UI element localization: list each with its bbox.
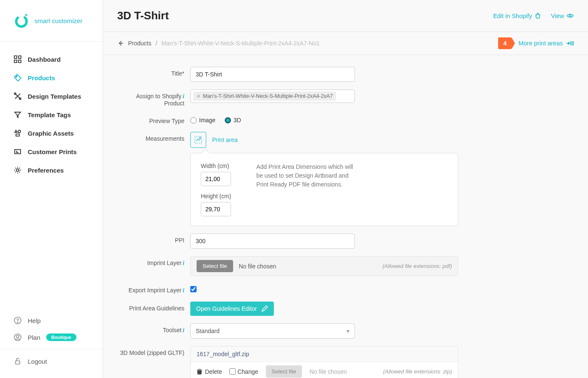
product-chip: ✕ Man's-T-Shirt-White-V-Neck-S-Multiple-…: [193, 92, 336, 101]
main: 3D T-Shirt Edit in Shopify View: [103, 0, 588, 378]
print-area-tab-label[interactable]: Print area: [212, 136, 238, 143]
chip-remove-icon[interactable]: ✕: [197, 94, 200, 99]
pen-icon: [261, 305, 268, 312]
shapes-icon: [13, 129, 22, 137]
preview-image-radio[interactable]: Image: [190, 117, 215, 123]
toolset-select[interactable]: Standard ▾: [190, 323, 355, 339]
lock-icon: [13, 357, 22, 365]
svg-point-14: [17, 322, 18, 323]
preview-type-label: Preview Type: [116, 114, 190, 124]
width-input[interactable]: [201, 172, 231, 186]
svg-point-16: [16, 335, 19, 338]
allowed-ext-zip: (Allowed file extensions: zip): [383, 368, 452, 375]
svg-point-12: [16, 169, 19, 171]
open-guidelines-button[interactable]: Open Guidelines Editor: [190, 302, 274, 316]
print-area-count-badge: 4: [498, 37, 512, 49]
svg-rect-5: [18, 60, 21, 63]
measurements-help: Add Print Area Dimensions which will be …: [256, 163, 357, 216]
subheader-right: 4 More print areas: [498, 37, 574, 49]
measurements-panel: Width (cm) Height (cm) Add Print Area Di…: [190, 153, 458, 226]
svg-rect-2: [14, 56, 17, 58]
title-input[interactable]: [190, 67, 355, 82]
change-model-checkbox[interactable]: Change: [229, 368, 258, 375]
filter-icon: [13, 110, 22, 119]
sidebar-item-customer-prints[interactable]: Customer Prints: [0, 142, 102, 161]
plan-link[interactable]: Plan Boutique: [0, 329, 102, 346]
dashboard-icon: [13, 55, 22, 63]
print-area-tab-icon[interactable]: [190, 132, 206, 148]
svg-point-1: [25, 14, 27, 16]
sidebar-item-products[interactable]: Products: [0, 68, 102, 87]
sidebar: smart customizer Dashboard Products Desi…: [0, 0, 103, 378]
form: Title* Assign to Shopifyi Product ✕ Man'…: [103, 55, 588, 378]
sidebar-item-preferences[interactable]: Preferences: [0, 161, 102, 179]
svg-rect-10: [16, 134, 19, 136]
width-label: Width (cm): [201, 163, 231, 169]
svg-point-9: [18, 130, 21, 133]
toolset-label: Toolseti: [116, 323, 190, 334]
imprint-layer-label: Imprint Layeri: [116, 256, 190, 267]
model-file-name: 1617_model_gltf.zip: [191, 346, 458, 362]
height-input[interactable]: [201, 202, 231, 216]
bag-icon: [535, 13, 541, 19]
sidebar-item-dashboard[interactable]: Dashboard: [0, 50, 102, 68]
sidebar-nav: Dashboard Products Design Templates Temp…: [0, 42, 102, 308]
sidebar-item-design-templates[interactable]: Design Templates: [0, 87, 102, 105]
no-file-label: No file chosen: [310, 368, 347, 375]
svg-rect-21: [198, 370, 201, 374]
sidebar-item-label: Preferences: [28, 167, 64, 174]
ppi-label: PPI: [116, 234, 190, 244]
page-header: 3D T-Shirt Edit in Shopify View: [103, 0, 588, 32]
page-title: 3D T-Shirt: [117, 9, 169, 22]
help-link[interactable]: Help: [0, 312, 102, 329]
breadcrumb-sep: /: [155, 40, 157, 47]
info-icon[interactable]: i: [183, 287, 184, 294]
title-label: Title*: [116, 67, 190, 77]
info-icon[interactable]: i: [183, 93, 184, 100]
sidebar-item-label: Template Tags: [28, 111, 71, 118]
trash-icon: [197, 369, 202, 375]
prints-icon: [13, 147, 22, 156]
chevron-down-icon: ▾: [346, 328, 349, 334]
logo-icon: [13, 13, 29, 29]
logout-link[interactable]: Logout: [0, 353, 102, 370]
view-link[interactable]: View: [551, 12, 574, 19]
more-print-areas-label: More print areas: [518, 40, 563, 47]
model-label: 3D Model (zipped GLTF): [116, 346, 190, 356]
logout-label: Logout: [28, 358, 47, 365]
toolset-value: Standard: [196, 328, 220, 334]
divider: [0, 349, 102, 349]
breadcrumb-root[interactable]: Products: [128, 40, 151, 47]
export-imprint-checkbox[interactable]: [190, 286, 197, 292]
svg-rect-17: [16, 361, 20, 364]
svg-point-6: [16, 76, 17, 77]
svg-point-20: [200, 137, 201, 139]
height-label: Height (cm): [201, 193, 231, 200]
assign-product-field[interactable]: ✕ Man's-T-Shirt-White-V-Neck-S-Multiple-…: [190, 89, 355, 103]
more-print-areas-link[interactable]: More print areas: [518, 40, 574, 47]
sidebar-item-graphic-assets[interactable]: Graphic Assets: [0, 124, 102, 142]
preview-3d-radio[interactable]: 3D: [225, 117, 241, 123]
breadcrumb-current: Man's-T-Shirt-White-V-Neck-S-Multiple-Pr…: [161, 40, 320, 47]
info-icon[interactable]: i: [183, 327, 184, 333]
ppi-input[interactable]: [190, 234, 355, 249]
edit-in-shopify-link[interactable]: Edit in Shopify: [493, 13, 541, 19]
breadcrumb: Products / Man's-T-Shirt-White-V-Neck-S-…: [117, 40, 320, 47]
sidebar-item-label: Dashboard: [28, 56, 60, 63]
select-file-button[interactable]: Select file: [197, 260, 233, 272]
user-icon: [13, 333, 22, 341]
info-icon[interactable]: i: [183, 260, 184, 266]
svg-rect-3: [18, 56, 21, 58]
allowed-ext-pdf: (Allowed file extensions: pdf): [383, 263, 452, 269]
sidebar-item-label: Design Templates: [28, 93, 81, 100]
logo[interactable]: smart customizer: [0, 0, 102, 42]
export-imprint-label: Export Imprint Layeri: [116, 284, 190, 294]
sidebar-item-template-tags[interactable]: Template Tags: [0, 105, 102, 124]
delete-model-button[interactable]: Delete: [197, 368, 222, 375]
select-model-file-button[interactable]: Select file: [266, 365, 302, 378]
back-arrow-icon[interactable]: [117, 40, 124, 47]
view-label: View: [551, 13, 564, 19]
gear-icon: [13, 166, 22, 174]
edit-in-shopify-label: Edit in Shopify: [493, 13, 532, 19]
brand-name: smart customizer: [34, 17, 82, 24]
